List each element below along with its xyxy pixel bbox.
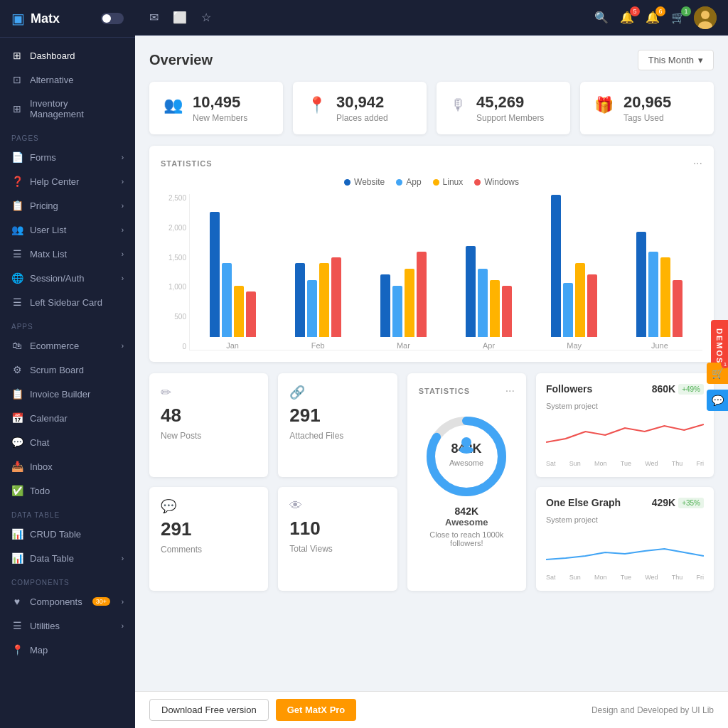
donut-title: STATISTICS — [419, 387, 471, 395]
sidebar-item-scrum-board[interactable]: ⚙ Scrum Board — [0, 358, 135, 382]
sidebar-icon-invoice-builder: 📋 — [11, 388, 23, 400]
period-label: This Month — [648, 55, 694, 65]
avatar[interactable] — [694, 6, 717, 29]
sidebar-item-ecommerce[interactable]: 🛍 Ecommerce › — [0, 333, 135, 358]
app-name: Matx — [31, 11, 60, 26]
mini-stat-value-3: 110 — [289, 518, 320, 540]
bar-Jan-3 — [246, 291, 256, 337]
bar-June-3 — [673, 280, 682, 337]
chart-menu-icon[interactable]: ··· — [693, 157, 702, 170]
day-label: Mon — [594, 574, 607, 581]
bar-June-1 — [648, 252, 658, 337]
sidebar-item-help-center[interactable]: ❓ Help Center › — [0, 169, 135, 193]
bottombar: Download Free version Get MatX Pro Desig… — [135, 691, 728, 728]
sidebar-icon-dashboard: ⊞ — [11, 50, 23, 61]
donut-menu-icon[interactable]: ··· — [505, 385, 515, 397]
statistics-chart-card: STATISTICS ··· Website App Linux Windows… — [149, 146, 714, 362]
followers-title-0: Followers — [546, 383, 592, 395]
sidebar-item-components[interactable]: ♥ Components 30+ › — [0, 589, 135, 614]
legend-dot-3 — [474, 179, 481, 186]
bar-label-June: June — [651, 341, 668, 350]
bar-groups: JanFebMarAprMayJune — [189, 194, 702, 350]
mail-icon[interactable]: ✉ — [146, 8, 161, 27]
layout-icon[interactable]: ⬜ — [170, 8, 190, 27]
sidebar-label-matx-list: Matx List — [30, 249, 67, 259]
mini-stat-label-3: Total Views — [289, 544, 332, 554]
day-label: Sat — [546, 460, 556, 467]
bar-Mar-3 — [417, 252, 427, 337]
cart-float-icon[interactable]: 🛒1 — [707, 363, 728, 384]
sidebar-item-utilities[interactable]: ☰ Utilities › — [0, 614, 135, 638]
legend-item-2: Linux — [433, 177, 464, 187]
mini-stat-card-1: 🔗 291 Attached Files — [278, 373, 397, 477]
sidebar-item-chat[interactable]: 💬 Chat — [0, 430, 135, 454]
mini-stat-label-0: New Posts — [161, 431, 201, 441]
bar-Jan-0 — [210, 212, 220, 337]
followers-sub-0: System project — [546, 402, 704, 410]
donut-value: 842K — [419, 505, 515, 517]
chevron-icon-utilities: › — [122, 622, 124, 630]
sidebar-item-inbox[interactable]: 📥 Inbox — [0, 454, 135, 478]
sidebar-item-left-sidebar-card[interactable]: ☰ Left Sidebar Card — [0, 290, 135, 314]
legend-item-0: Website — [344, 177, 385, 187]
stat-value-1: 30,942 — [336, 93, 388, 112]
cart-badge: 1 — [681, 6, 691, 16]
mini-stat-card-3: 👁 110 Total Views — [278, 487, 397, 591]
legend-label-2: Linux — [443, 177, 464, 187]
mini-stat-icon-1: 🔗 — [289, 385, 305, 400]
sidebar-label-invoice-builder: Invoice Builder — [30, 389, 90, 400]
sidebar-item-forms[interactable]: 📄 Forms › — [0, 145, 135, 169]
chevron-icon-session-auth: › — [122, 274, 124, 282]
notification-bell-1[interactable]: 🔔5 — [617, 8, 637, 27]
bar-Apr-3 — [502, 286, 512, 337]
pro-btn[interactable]: Get MatX Pro — [276, 699, 357, 721]
sidebar-item-calendar[interactable]: 📅 Calendar — [0, 406, 135, 430]
download-btn[interactable]: Download Free version — [149, 699, 269, 721]
sidebar-icon-inbox: 📥 — [11, 461, 23, 472]
sidebar-label-components: Components — [30, 596, 82, 607]
stat-icon-1: 📍 — [307, 96, 326, 114]
sidebar-section-data-table: DATA TABLE — [0, 503, 135, 522]
yaxis-label-0: 2,500 — [161, 194, 186, 202]
sidebar-item-pricing[interactable]: 📋 Pricing › — [0, 193, 135, 218]
bar-Feb-2 — [319, 263, 329, 337]
legend-dot-0 — [344, 179, 350, 186]
legend-dot-2 — [433, 179, 439, 186]
sidebar-item-data-table[interactable]: 📊 Data Table › — [0, 546, 135, 570]
message-float-icon[interactable]: 💬 — [707, 390, 728, 411]
svg-point-7 — [461, 437, 471, 447]
sidebar-item-session-auth[interactable]: 🌐 Session/Auth › — [0, 266, 135, 290]
sidebar-icon-left-sidebar-card: ☰ — [11, 296, 23, 308]
cart-icon[interactable]: 🛒1 — [668, 8, 688, 27]
legend-dot-1 — [396, 179, 402, 186]
bar-Feb-0 — [295, 263, 305, 337]
star-icon[interactable]: ☆ — [198, 8, 214, 27]
sidebar-section-apps: APPS — [0, 314, 135, 333]
sidebar-label-alternative: Alternative — [30, 75, 73, 85]
search-icon[interactable]: 🔍 — [592, 8, 611, 27]
chart-legend: Website App Linux Windows — [161, 177, 702, 187]
bar-May-1 — [563, 283, 573, 337]
period-button[interactable]: This Month ▾ — [638, 50, 714, 70]
sidebar-item-crud-table[interactable]: 📊 CRUD Table — [0, 522, 135, 546]
sidebar-icon-inventory: ⊞ — [11, 103, 23, 114]
sidebar-item-todo[interactable]: ✅ Todo — [0, 478, 135, 503]
chevron-icon-pricing: › — [122, 202, 124, 210]
stat-label-1: Places added — [336, 113, 388, 123]
stat-icon-3: 🎁 — [594, 96, 614, 114]
sidebar-toggle[interactable] — [101, 13, 124, 24]
sidebar-item-invoice-builder[interactable]: 📋 Invoice Builder — [0, 382, 135, 406]
bar-group-Jan: Jan — [210, 212, 256, 350]
mini-stat-card-0: ✏ 48 New Posts — [149, 373, 268, 477]
sidebar-item-map[interactable]: 📍 Map — [0, 638, 135, 662]
sidebar-item-alternative[interactable]: ⊡ Alternative — [0, 68, 135, 92]
sidebar-icon-todo: ✅ — [11, 485, 23, 496]
sidebar-item-inventory[interactable]: ⊞ Inventory Management — [0, 92, 135, 126]
sidebar-item-matx-list[interactable]: ☰ Matx List › — [0, 242, 135, 266]
sidebar-item-dashboard[interactable]: ⊞ Dashboard — [0, 43, 135, 68]
sidebar-item-user-list[interactable]: 👥 User List › — [0, 218, 135, 242]
sidebar-icon-utilities: ☰ — [11, 620, 23, 631]
chevron-icon-user-list: › — [122, 226, 124, 234]
notification-bell-2[interactable]: 🔔6 — [643, 8, 663, 27]
mini-stat-icon-2: 💬 — [161, 498, 176, 514]
